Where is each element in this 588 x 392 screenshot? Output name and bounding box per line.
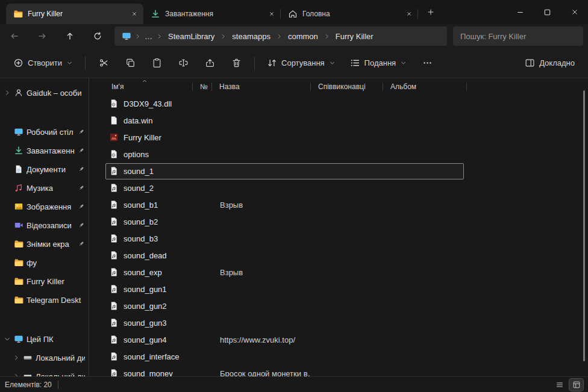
sidebar-item[interactable]: фу	[2, 254, 87, 272]
sidebar-item[interactable]: Зображення	[2, 198, 87, 216]
column-header-label: Альбом	[390, 82, 416, 91]
details-view-toggle[interactable]	[552, 379, 566, 391]
breadcrumb-overflow[interactable]: …	[142, 30, 155, 43]
column-header[interactable]: Ім'я	[96, 78, 193, 95]
chevron-right-icon[interactable]	[4, 184, 11, 191]
rename-button[interactable]	[171, 52, 195, 74]
chevron-right-icon[interactable]	[4, 296, 11, 303]
explorer-tab[interactable]: Furry Killer	[6, 4, 143, 24]
file-row[interactable]: sound_b1 Взрыв	[89, 196, 588, 213]
sidebar-item[interactable]: Локальний ди	[2, 349, 87, 367]
file-row[interactable]: sound_2	[89, 179, 588, 196]
chevron-right-icon[interactable]	[4, 203, 11, 210]
explorer-tab[interactable]: Завантаження	[143, 4, 281, 24]
cut-button[interactable]	[92, 52, 116, 74]
breadcrumb-chevron-icon[interactable]	[276, 33, 283, 40]
new-tab-button[interactable]	[423, 4, 439, 20]
file-row[interactable]: sound_money Бросок одной монетки в…	[89, 365, 588, 376]
sidebar-item[interactable]: Документи	[2, 160, 87, 178]
column-header[interactable]: Назва	[212, 78, 311, 95]
minimize-button[interactable]	[507, 0, 534, 24]
chevron-right-icon[interactable]	[4, 128, 11, 135]
chevron-right-icon[interactable]	[13, 354, 20, 361]
back-button[interactable]	[4, 26, 25, 46]
sidebar-item[interactable]: Telegram Deskt	[2, 291, 87, 309]
sidebar-item[interactable]: Локальний ди	[2, 367, 87, 376]
breadcrumb-chevron-icon[interactable]	[220, 33, 227, 40]
tab-close-button[interactable]	[404, 8, 414, 19]
arrow-up-icon	[65, 31, 75, 41]
chevron-right-icon[interactable]	[4, 166, 11, 173]
paste-button[interactable]	[145, 52, 169, 74]
file-row[interactable]: sound_gun4 https://www.zvuki.top/	[89, 331, 588, 348]
tab-close-button[interactable]	[129, 8, 140, 19]
file-row[interactable]: sound_b3	[89, 230, 588, 247]
copy-button[interactable]	[118, 52, 142, 74]
create-new-button[interactable]: Створити	[7, 52, 79, 74]
file-row[interactable]: sound_dead	[89, 247, 588, 264]
refresh-button[interactable]	[87, 26, 108, 46]
chevron-right-icon[interactable]	[4, 222, 11, 229]
sidebar-item-icon	[14, 258, 23, 267]
sidebar-item[interactable]: Завантаження	[2, 142, 87, 160]
this-pc-icon[interactable]	[122, 31, 131, 41]
breadcrumb-item[interactable]: common	[283, 30, 323, 43]
file-row[interactable]: sound_gun3	[89, 314, 588, 331]
sort-button[interactable]: Сортування	[261, 52, 342, 74]
explorer-tab[interactable]: Головна	[281, 4, 418, 24]
breadcrumb-item[interactable]: Furry Killer	[331, 30, 378, 43]
vertical-scrollbar[interactable]	[583, 90, 585, 361]
more-options-button[interactable]	[415, 52, 439, 74]
forward-button[interactable]	[31, 26, 53, 46]
sidebar-item[interactable]: Відеозаписи	[2, 216, 87, 234]
column-header[interactable]: №	[193, 78, 212, 95]
column-header[interactable]: Співвиконавці	[311, 78, 383, 95]
file-icon	[109, 99, 119, 108]
file-icon	[109, 217, 119, 226]
chevron-right-icon[interactable]	[4, 259, 11, 266]
chevron-right-icon[interactable]	[4, 278, 11, 285]
file-row[interactable]: sound_1	[89, 163, 588, 179]
file-row[interactable]: sound_interface	[89, 348, 588, 365]
chevron-right-icon[interactable]	[4, 240, 11, 247]
column-header[interactable]: Альбом	[383, 78, 467, 95]
sidebar-item[interactable]: Знімки екра	[2, 235, 87, 253]
file-explorer-window: Furry Killer Завантаження Головна … Stea…	[0, 0, 588, 392]
breadcrumb-item[interactable]: SteamLibrary	[163, 30, 219, 43]
breadcrumb-chevron-icon[interactable]	[324, 33, 330, 40]
tab-close-button[interactable]	[266, 8, 277, 19]
chevron-right-icon[interactable]	[4, 89, 11, 96]
file-row[interactable]: sound_gun2	[89, 297, 588, 314]
share-button[interactable]	[198, 52, 222, 74]
file-row[interactable]: sound_exp Взрыв	[89, 264, 588, 281]
sidebar-item[interactable]: Gaiduk – особи	[2, 84, 87, 102]
breadcrumb-item[interactable]: steamapps	[227, 30, 275, 43]
maximize-button[interactable]	[534, 0, 561, 24]
file-icon	[109, 335, 119, 344]
breadcrumb-chevron-icon[interactable]	[134, 33, 141, 40]
thumbnails-view-toggle[interactable]	[569, 379, 583, 391]
column-header-label: №	[200, 82, 208, 91]
sidebar-item[interactable]: Робочий стіл	[2, 123, 87, 141]
details-pane-button[interactable]: Докладно	[519, 52, 581, 74]
chevron-right-icon[interactable]	[4, 335, 11, 343]
file-row[interactable]: D3DX9_43.dll	[89, 95, 588, 112]
file-row[interactable]: data.win	[89, 112, 588, 129]
sidebar-item[interactable]: Музика	[2, 179, 87, 197]
sidebar-item[interactable]: Furry Killer	[2, 272, 87, 290]
sidebar-item-label: Знімки екра	[27, 240, 75, 249]
file-row[interactable]: sound_b2	[89, 213, 588, 230]
file-name: sound_b3	[124, 234, 158, 243]
file-icon	[109, 183, 119, 193]
close-button[interactable]	[561, 0, 588, 24]
view-button[interactable]: Подання	[344, 52, 413, 74]
file-row[interactable]: options	[89, 146, 588, 163]
sidebar-item[interactable]: Цей ПК	[2, 330, 87, 348]
file-row[interactable]: Furry Killer	[89, 129, 588, 146]
up-button[interactable]	[59, 26, 81, 46]
chevron-right-icon[interactable]	[4, 147, 11, 154]
delete-button[interactable]	[224, 52, 248, 74]
breadcrumb-chevron-icon[interactable]	[156, 33, 163, 40]
file-row[interactable]: sound_gun1	[89, 281, 588, 297]
search-input[interactable]	[453, 26, 583, 46]
